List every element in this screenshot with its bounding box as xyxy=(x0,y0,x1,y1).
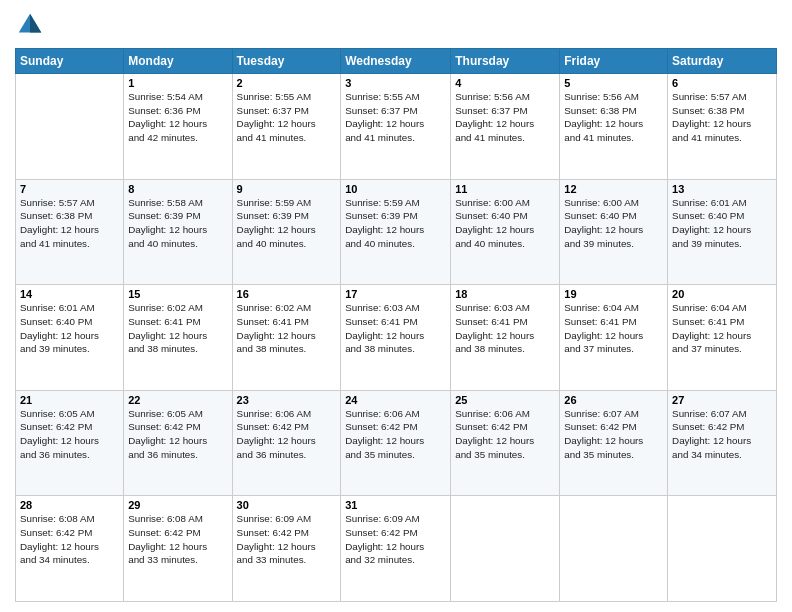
day-number: 14 xyxy=(20,288,119,300)
day-number: 21 xyxy=(20,394,119,406)
calendar: SundayMondayTuesdayWednesdayThursdayFrid… xyxy=(15,48,777,602)
day-number: 3 xyxy=(345,77,446,89)
day-number: 24 xyxy=(345,394,446,406)
day-number: 22 xyxy=(128,394,227,406)
day-number: 25 xyxy=(455,394,555,406)
day-info: Sunrise: 6:02 AMSunset: 6:41 PMDaylight:… xyxy=(237,301,337,356)
calendar-cell xyxy=(16,74,124,180)
day-number: 27 xyxy=(672,394,772,406)
calendar-cell: 22Sunrise: 6:05 AMSunset: 6:42 PMDayligh… xyxy=(124,390,232,496)
day-info: Sunrise: 6:08 AMSunset: 6:42 PMDaylight:… xyxy=(20,512,119,567)
calendar-cell: 29Sunrise: 6:08 AMSunset: 6:42 PMDayligh… xyxy=(124,496,232,602)
calendar-cell: 20Sunrise: 6:04 AMSunset: 6:41 PMDayligh… xyxy=(668,285,777,391)
day-info: Sunrise: 6:07 AMSunset: 6:42 PMDaylight:… xyxy=(564,407,663,462)
day-info: Sunrise: 6:05 AMSunset: 6:42 PMDaylight:… xyxy=(20,407,119,462)
day-number: 28 xyxy=(20,499,119,511)
calendar-week-5: 28Sunrise: 6:08 AMSunset: 6:42 PMDayligh… xyxy=(16,496,777,602)
calendar-cell: 26Sunrise: 6:07 AMSunset: 6:42 PMDayligh… xyxy=(560,390,668,496)
calendar-cell: 17Sunrise: 6:03 AMSunset: 6:41 PMDayligh… xyxy=(341,285,451,391)
calendar-cell: 25Sunrise: 6:06 AMSunset: 6:42 PMDayligh… xyxy=(451,390,560,496)
calendar-header-tuesday: Tuesday xyxy=(232,49,341,74)
day-number: 13 xyxy=(672,183,772,195)
calendar-header-row: SundayMondayTuesdayWednesdayThursdayFrid… xyxy=(16,49,777,74)
day-info: Sunrise: 5:55 AMSunset: 6:37 PMDaylight:… xyxy=(237,90,337,145)
calendar-header-monday: Monday xyxy=(124,49,232,74)
calendar-cell: 28Sunrise: 6:08 AMSunset: 6:42 PMDayligh… xyxy=(16,496,124,602)
day-info: Sunrise: 5:57 AMSunset: 6:38 PMDaylight:… xyxy=(672,90,772,145)
calendar-cell: 1Sunrise: 5:54 AMSunset: 6:36 PMDaylight… xyxy=(124,74,232,180)
day-info: Sunrise: 6:06 AMSunset: 6:42 PMDaylight:… xyxy=(455,407,555,462)
calendar-cell: 16Sunrise: 6:02 AMSunset: 6:41 PMDayligh… xyxy=(232,285,341,391)
calendar-cell: 9Sunrise: 5:59 AMSunset: 6:39 PMDaylight… xyxy=(232,179,341,285)
day-number: 30 xyxy=(237,499,337,511)
day-info: Sunrise: 5:54 AMSunset: 6:36 PMDaylight:… xyxy=(128,90,227,145)
calendar-header-thursday: Thursday xyxy=(451,49,560,74)
calendar-cell: 6Sunrise: 5:57 AMSunset: 6:38 PMDaylight… xyxy=(668,74,777,180)
calendar-cell: 5Sunrise: 5:56 AMSunset: 6:38 PMDaylight… xyxy=(560,74,668,180)
logo-icon xyxy=(15,10,45,40)
calendar-cell: 12Sunrise: 6:00 AMSunset: 6:40 PMDayligh… xyxy=(560,179,668,285)
day-number: 1 xyxy=(128,77,227,89)
day-info: Sunrise: 6:09 AMSunset: 6:42 PMDaylight:… xyxy=(237,512,337,567)
day-number: 23 xyxy=(237,394,337,406)
calendar-week-3: 14Sunrise: 6:01 AMSunset: 6:40 PMDayligh… xyxy=(16,285,777,391)
calendar-cell: 21Sunrise: 6:05 AMSunset: 6:42 PMDayligh… xyxy=(16,390,124,496)
day-info: Sunrise: 5:57 AMSunset: 6:38 PMDaylight:… xyxy=(20,196,119,251)
day-number: 11 xyxy=(455,183,555,195)
day-info: Sunrise: 6:01 AMSunset: 6:40 PMDaylight:… xyxy=(672,196,772,251)
day-info: Sunrise: 6:03 AMSunset: 6:41 PMDaylight:… xyxy=(455,301,555,356)
calendar-header-sunday: Sunday xyxy=(16,49,124,74)
day-number: 9 xyxy=(237,183,337,195)
page: SundayMondayTuesdayWednesdayThursdayFrid… xyxy=(0,0,792,612)
calendar-header-friday: Friday xyxy=(560,49,668,74)
day-number: 31 xyxy=(345,499,446,511)
calendar-cell xyxy=(560,496,668,602)
day-info: Sunrise: 5:55 AMSunset: 6:37 PMDaylight:… xyxy=(345,90,446,145)
day-info: Sunrise: 5:56 AMSunset: 6:38 PMDaylight:… xyxy=(564,90,663,145)
calendar-cell: 31Sunrise: 6:09 AMSunset: 6:42 PMDayligh… xyxy=(341,496,451,602)
calendar-cell: 4Sunrise: 5:56 AMSunset: 6:37 PMDaylight… xyxy=(451,74,560,180)
day-number: 7 xyxy=(20,183,119,195)
day-info: Sunrise: 6:01 AMSunset: 6:40 PMDaylight:… xyxy=(20,301,119,356)
day-info: Sunrise: 6:08 AMSunset: 6:42 PMDaylight:… xyxy=(128,512,227,567)
calendar-cell: 27Sunrise: 6:07 AMSunset: 6:42 PMDayligh… xyxy=(668,390,777,496)
calendar-cell: 7Sunrise: 5:57 AMSunset: 6:38 PMDaylight… xyxy=(16,179,124,285)
day-number: 4 xyxy=(455,77,555,89)
calendar-cell: 11Sunrise: 6:00 AMSunset: 6:40 PMDayligh… xyxy=(451,179,560,285)
svg-marker-1 xyxy=(30,14,41,33)
day-info: Sunrise: 6:04 AMSunset: 6:41 PMDaylight:… xyxy=(564,301,663,356)
calendar-cell: 19Sunrise: 6:04 AMSunset: 6:41 PMDayligh… xyxy=(560,285,668,391)
calendar-cell: 23Sunrise: 6:06 AMSunset: 6:42 PMDayligh… xyxy=(232,390,341,496)
calendar-cell: 18Sunrise: 6:03 AMSunset: 6:41 PMDayligh… xyxy=(451,285,560,391)
day-number: 16 xyxy=(237,288,337,300)
calendar-cell: 10Sunrise: 5:59 AMSunset: 6:39 PMDayligh… xyxy=(341,179,451,285)
calendar-cell: 30Sunrise: 6:09 AMSunset: 6:42 PMDayligh… xyxy=(232,496,341,602)
day-info: Sunrise: 6:02 AMSunset: 6:41 PMDaylight:… xyxy=(128,301,227,356)
day-number: 15 xyxy=(128,288,227,300)
day-number: 17 xyxy=(345,288,446,300)
day-number: 12 xyxy=(564,183,663,195)
day-info: Sunrise: 6:07 AMSunset: 6:42 PMDaylight:… xyxy=(672,407,772,462)
day-number: 19 xyxy=(564,288,663,300)
calendar-cell: 15Sunrise: 6:02 AMSunset: 6:41 PMDayligh… xyxy=(124,285,232,391)
logo xyxy=(15,10,49,40)
day-info: Sunrise: 6:00 AMSunset: 6:40 PMDaylight:… xyxy=(455,196,555,251)
day-info: Sunrise: 6:03 AMSunset: 6:41 PMDaylight:… xyxy=(345,301,446,356)
day-info: Sunrise: 6:09 AMSunset: 6:42 PMDaylight:… xyxy=(345,512,446,567)
calendar-cell: 13Sunrise: 6:01 AMSunset: 6:40 PMDayligh… xyxy=(668,179,777,285)
calendar-header-wednesday: Wednesday xyxy=(341,49,451,74)
calendar-cell: 14Sunrise: 6:01 AMSunset: 6:40 PMDayligh… xyxy=(16,285,124,391)
day-info: Sunrise: 5:59 AMSunset: 6:39 PMDaylight:… xyxy=(345,196,446,251)
day-number: 5 xyxy=(564,77,663,89)
day-number: 29 xyxy=(128,499,227,511)
day-info: Sunrise: 6:06 AMSunset: 6:42 PMDaylight:… xyxy=(237,407,337,462)
calendar-cell: 24Sunrise: 6:06 AMSunset: 6:42 PMDayligh… xyxy=(341,390,451,496)
calendar-week-1: 1Sunrise: 5:54 AMSunset: 6:36 PMDaylight… xyxy=(16,74,777,180)
day-number: 8 xyxy=(128,183,227,195)
calendar-cell: 8Sunrise: 5:58 AMSunset: 6:39 PMDaylight… xyxy=(124,179,232,285)
calendar-week-2: 7Sunrise: 5:57 AMSunset: 6:38 PMDaylight… xyxy=(16,179,777,285)
calendar-cell: 2Sunrise: 5:55 AMSunset: 6:37 PMDaylight… xyxy=(232,74,341,180)
day-number: 2 xyxy=(237,77,337,89)
day-info: Sunrise: 5:56 AMSunset: 6:37 PMDaylight:… xyxy=(455,90,555,145)
calendar-cell: 3Sunrise: 5:55 AMSunset: 6:37 PMDaylight… xyxy=(341,74,451,180)
